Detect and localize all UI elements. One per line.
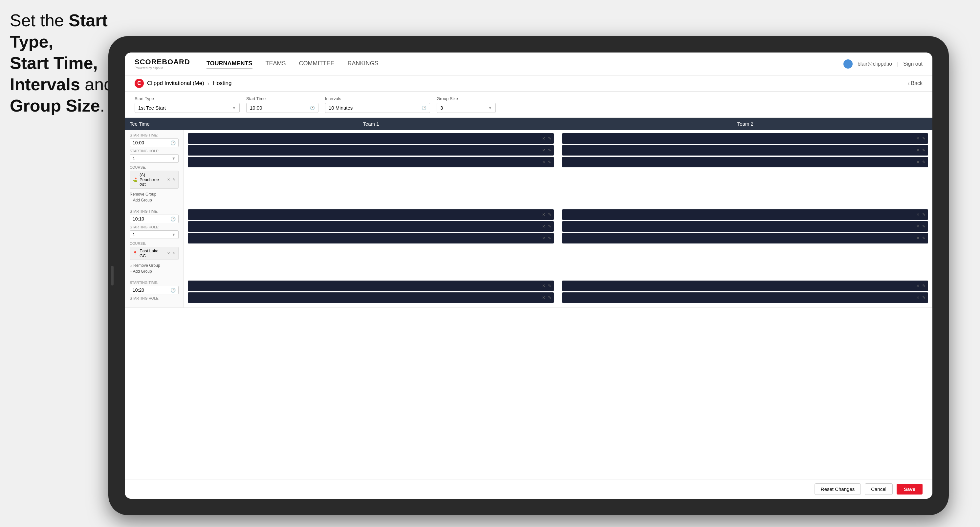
slot-edit-btn[interactable]: ✎ (922, 148, 926, 152)
back-chevron: ‹ (908, 80, 911, 86)
slot-x-btn[interactable]: ✕ (542, 136, 545, 141)
slot-edit-btn[interactable]: ✎ (548, 236, 551, 241)
slot-x-btn[interactable]: ✕ (542, 224, 545, 229)
starting-time-input-3[interactable]: 10:20 🕐 (130, 286, 178, 294)
team1-cell-3: ✕ ✎ ✕ ✎ (184, 277, 558, 308)
slot-x-btn[interactable]: ✕ (916, 284, 920, 288)
start-type-select[interactable]: 1st Tee Start ▼ (135, 103, 240, 113)
nav-link-tournaments[interactable]: TOURNAMENTS (207, 59, 253, 69)
player-slot-1-2[interactable]: ✕ ✎ (188, 145, 554, 156)
slot-edit-btn[interactable]: ✎ (548, 295, 551, 300)
team2-cell-3: ✕ ✎ ✕ ✎ (558, 277, 932, 308)
slot-edit-btn[interactable]: ✎ (548, 136, 551, 141)
save-button[interactable]: Save (897, 484, 923, 495)
team1-cell-2: ✕ ✎ ✕ ✎ ✕ ✎ (184, 206, 558, 277)
slot-x-btn[interactable]: ✕ (916, 160, 920, 164)
course-tag-close-2[interactable]: ✕ (167, 251, 170, 256)
slot-x-btn[interactable]: ✕ (542, 212, 545, 217)
player-slot-g2-2-1[interactable]: ✕ ✎ (562, 210, 928, 220)
nav-link-teams[interactable]: TEAMS (266, 59, 286, 69)
group-size-select[interactable]: 3 ▼ (437, 103, 496, 113)
intervals-control: Intervals 10 Minutes 🕐 (325, 96, 430, 113)
hole-label-3: STARTING HOLE: (130, 296, 178, 300)
player-slot-g2-1-3[interactable]: ✕ ✎ (188, 233, 554, 243)
breadcrumb: C Clippd Invitational (Me) › Hosting (135, 79, 232, 88)
slot-x-btn[interactable]: ✕ (916, 212, 920, 217)
slot-edit-btn[interactable]: ✎ (548, 284, 551, 288)
nav-link-rankings[interactable]: RANKINGS (348, 59, 379, 69)
add-group-2[interactable]: + Add Group (130, 269, 178, 274)
slot-x-btn[interactable]: ✕ (542, 148, 545, 152)
sign-out-link[interactable]: Sign out (903, 61, 923, 67)
add-group-1[interactable]: + Add Group (130, 198, 178, 202)
slot-x-btn[interactable]: ✕ (916, 136, 920, 141)
slot-edit-btn[interactable]: ✎ (922, 295, 926, 300)
starting-time-input-2[interactable]: 10:10 🕐 (130, 214, 178, 223)
slot-actions: ✕ ✎ (916, 136, 926, 141)
slot-edit-btn[interactable]: ✎ (922, 212, 926, 217)
slot-x-btn[interactable]: ✕ (916, 148, 920, 152)
slot-edit-btn[interactable]: ✎ (922, 236, 926, 241)
table-header: Tee Time Team 1 Team 2 (125, 118, 932, 130)
start-type-chevron: ▼ (232, 106, 236, 110)
slot-x-btn[interactable]: ✕ (916, 224, 920, 229)
player-slot-1-1[interactable]: ✕ ✎ (188, 133, 554, 144)
slot-x-btn[interactable]: ✕ (542, 295, 545, 300)
time-icon-3: 🕐 (170, 288, 176, 293)
starting-time-label-1: STARTING TIME: (130, 133, 178, 137)
player-slot-g2-1-1[interactable]: ✕ ✎ (188, 210, 554, 220)
logo-sub: Powered by clipp.io (135, 66, 190, 70)
bold-start-type: Start Type, (10, 11, 108, 51)
nav-bar: SCOREBOARD Powered by clipp.io TOURNAMEN… (125, 52, 932, 75)
slot-x-btn[interactable]: ✕ (916, 236, 920, 241)
starting-time-input-1[interactable]: 10:00 🕐 (130, 138, 178, 147)
player-slot-g2-2-3[interactable]: ✕ ✎ (562, 233, 928, 243)
slot-x-btn[interactable]: ✕ (542, 284, 545, 288)
slot-edit-btn[interactable]: ✎ (922, 160, 926, 164)
remove-group-1[interactable]: Remove Group (130, 192, 178, 197)
player-slot-g2-2-2[interactable]: ✕ ✎ (562, 221, 928, 232)
slot-edit-btn[interactable]: ✎ (922, 224, 926, 229)
slot-actions: ✕ ✎ (916, 148, 926, 152)
tablet-frame: SCOREBOARD Powered by clipp.io TOURNAMEN… (108, 36, 949, 515)
remove-group-2[interactable]: ○ Remove Group (130, 263, 178, 268)
course-tag-edit-1[interactable]: ✎ (173, 178, 176, 182)
breadcrumb-bar: C Clippd Invitational (Me) › Hosting ‹ B… (125, 75, 932, 92)
player-slot-g3-2-2[interactable]: ✕ ✎ (562, 292, 928, 303)
slot-edit-btn[interactable]: ✎ (922, 136, 926, 141)
course-tag-close-1[interactable]: ✕ (167, 178, 170, 182)
intervals-label: Intervals (325, 96, 430, 101)
slot-x-btn[interactable]: ✕ (542, 236, 545, 241)
hole-select-2[interactable]: 1 ▼ (130, 230, 178, 239)
player-slot-g2-1-2[interactable]: ✕ ✎ (188, 221, 554, 232)
hole-select-1[interactable]: 1 ▼ (130, 154, 178, 163)
side-button (111, 266, 114, 286)
hole-label-2: STARTING HOLE: (130, 225, 178, 229)
course-tag-edit-2[interactable]: ✎ (173, 251, 176, 256)
player-slot-1-3[interactable]: ✕ ✎ (188, 157, 554, 167)
intervals-select[interactable]: 10 Minutes 🕐 (325, 103, 430, 113)
player-slot-2-3[interactable]: ✕ ✎ (562, 157, 928, 167)
start-type-label: Start Type (135, 96, 240, 101)
slot-edit-btn[interactable]: ✎ (548, 212, 551, 217)
slot-edit-btn[interactable]: ✎ (548, 224, 551, 229)
cancel-button[interactable]: Cancel (865, 483, 892, 495)
slot-x-btn[interactable]: ✕ (916, 295, 920, 300)
slot-edit-btn[interactable]: ✎ (548, 160, 551, 164)
breadcrumb-tournament[interactable]: Clippd Invitational (Me) (147, 80, 204, 87)
team1-cell-1: ✕ ✎ ✕ ✎ ✕ ✎ (184, 130, 558, 206)
player-slot-g3-1-2[interactable]: ✕ ✎ (188, 292, 554, 303)
nav-link-committee[interactable]: COMMITTEE (299, 59, 334, 69)
team2-cell-1: ✕ ✎ ✕ ✎ ✕ ✎ (558, 130, 932, 206)
player-slot-2-1[interactable]: ✕ ✎ (562, 133, 928, 144)
start-time-select[interactable]: 10:00 🕐 (246, 103, 318, 113)
slot-x-btn[interactable]: ✕ (542, 160, 545, 164)
slot-edit-btn[interactable]: ✎ (548, 148, 551, 152)
slot-edit-btn[interactable]: ✎ (922, 284, 926, 288)
reset-changes-button[interactable]: Reset Changes (815, 483, 861, 495)
player-slot-2-2[interactable]: ✕ ✎ (562, 145, 928, 156)
player-slot-g3-1-1[interactable]: ✕ ✎ (188, 281, 554, 291)
player-slot-g3-2-1[interactable]: ✕ ✎ (562, 281, 928, 291)
course-tag-2: 📍 East Lake GC ✕ ✎ (130, 247, 178, 260)
back-button[interactable]: ‹ Back (908, 80, 923, 86)
